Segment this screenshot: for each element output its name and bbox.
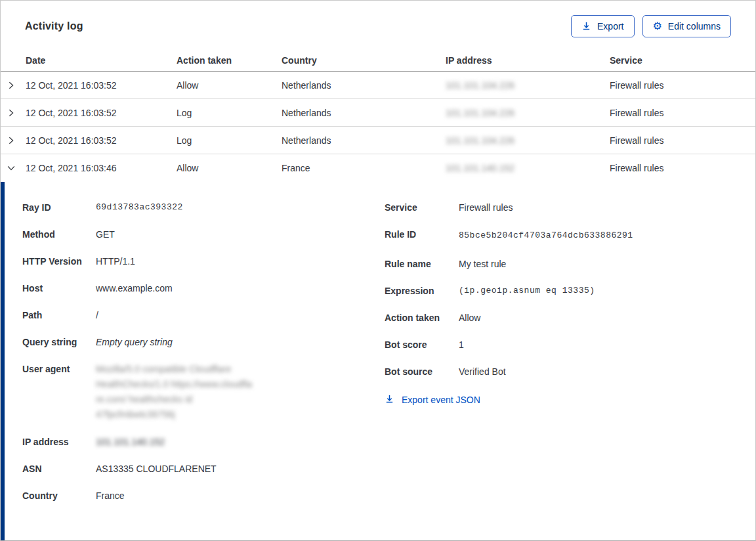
field-expression: Expression (ip.geoip.asnum eq 13335) [385, 284, 755, 298]
export-event-json-label: Export event JSON [402, 395, 480, 405]
field-ray-id: Ray ID 69d13783ac393322 [22, 200, 385, 215]
field-service: Service Firewall rules [385, 200, 755, 215]
cell-date: 12 Oct, 2021 16:03:46 [26, 163, 177, 173]
cell-country: France [282, 163, 446, 173]
table-header-row: Date Action taken Country IP address Ser… [1, 49, 755, 72]
field-country: Country France [22, 488, 385, 503]
detail-left-column: Ray ID 69d13783ac393322 Method GET HTTP … [22, 200, 385, 515]
field-label: Query string [22, 335, 96, 349]
cell-action-taken: Allow [177, 80, 282, 91]
table-row-expanded[interactable]: 12 Oct, 2021 16:03:46 Allow France 101.1… [1, 154, 755, 182]
cell-service: Firewall rules [610, 135, 755, 146]
field-method: Method GET [22, 227, 385, 242]
column-header-action-taken: Action taken [177, 55, 282, 66]
field-value: 1 [459, 337, 464, 352]
field-value-redacted: 101.101.140.152 [96, 435, 165, 449]
edit-columns-button[interactable]: ⚙ Edit columns [642, 15, 732, 37]
chevron-right-icon[interactable] [1, 136, 26, 145]
column-header-country: Country [282, 55, 446, 66]
download-icon [581, 21, 591, 32]
field-value: Empty query string [96, 335, 173, 349]
export-button[interactable]: Export [571, 15, 634, 37]
field-label: ASN [22, 462, 96, 476]
field-value: Firewall rules [459, 200, 513, 215]
field-host: Host www.example.com [22, 281, 385, 295]
field-value: GET [96, 227, 115, 242]
field-label: Action taken [385, 311, 459, 325]
field-query-string: Query string Empty query string [22, 335, 385, 349]
edit-columns-button-label: Edit columns [668, 22, 721, 31]
event-detail-panel: Ray ID 69d13783ac393322 Method GET HTTP … [1, 182, 755, 540]
table-row[interactable]: 12 Oct, 2021 16:03:52 Log Netherlands 10… [1, 99, 755, 127]
chevron-right-icon[interactable] [1, 108, 26, 118]
field-value: HTTP/1.1 [96, 254, 135, 269]
cell-country: Netherlands [282, 80, 446, 91]
cell-action-taken: Log [177, 135, 282, 146]
cell-ip-redacted: 101.101.140.152 [446, 163, 514, 173]
field-value: AS13335 CLOUDFLARENET [96, 462, 217, 476]
field-label: Method [22, 227, 96, 242]
table-row[interactable]: 12 Oct, 2021 16:03:52 Allow Netherlands … [1, 72, 755, 99]
cell-date: 12 Oct, 2021 16:03:52 [26, 135, 177, 146]
column-header-service: Service [610, 55, 755, 66]
cell-service: Firewall rules [610, 80, 755, 91]
field-value: www.example.com [96, 281, 173, 295]
field-value: My test rule [459, 257, 506, 271]
field-label: Rule name [385, 257, 459, 271]
field-value: 85bce5b204cf4703a764dcb633886291 [459, 227, 633, 244]
field-label: IP address [22, 435, 96, 449]
detail-right-column: Service Firewall rules Rule ID 85bce5b20… [385, 200, 755, 515]
field-label: Expression [385, 284, 459, 298]
cell-date: 12 Oct, 2021 16:03:52 [26, 80, 177, 91]
cell-date: 12 Oct, 2021 16:03:52 [26, 108, 177, 118]
field-label: Bot score [385, 337, 459, 352]
cell-service: Firewall rules [610, 108, 755, 118]
field-label: Bot source [385, 364, 459, 379]
field-rule-id: Rule ID 85bce5b204cf4703a764dcb633886291 [385, 227, 755, 244]
field-http-version: HTTP Version HTTP/1.1 [22, 254, 385, 269]
download-icon [385, 394, 394, 406]
export-button-label: Export [597, 22, 623, 31]
cell-ip-redacted: 101.101.104.226 [446, 135, 514, 146]
gear-icon: ⚙ [653, 21, 662, 32]
field-label: Host [22, 281, 96, 295]
field-label: Ray ID [22, 200, 96, 215]
field-label: User agent [22, 362, 96, 422]
cell-ip-redacted: 101.101.104.226 [446, 108, 514, 118]
field-value: 69d13783ac393322 [96, 200, 183, 215]
field-user-agent: User agent Mozilla/5.0 compatible Cloudf… [22, 362, 385, 422]
column-header-ip-address: IP address [446, 55, 610, 66]
field-label: Rule ID [385, 227, 459, 244]
page-header: Activity log Export ⚙ Edit columns [1, 1, 755, 49]
field-value: Verified Bot [459, 364, 506, 379]
field-value: France [96, 488, 125, 503]
column-header-date: Date [26, 55, 177, 66]
field-action-taken: Action taken Allow [385, 311, 755, 325]
field-value: Allow [459, 311, 480, 325]
field-asn: ASN AS13335 CLOUDFLARENET [22, 462, 385, 476]
cell-country: Netherlands [282, 135, 446, 146]
cell-action-taken: Allow [177, 163, 282, 173]
cell-ip-redacted: 101.101.104.226 [446, 80, 514, 91]
field-bot-source: Bot source Verified Bot [385, 364, 755, 379]
field-bot-score: Bot score 1 [385, 337, 755, 352]
field-label: HTTP Version [22, 254, 96, 269]
cell-action-taken: Log [177, 108, 282, 118]
field-value: / [96, 308, 98, 322]
toolbar: Export ⚙ Edit columns [571, 15, 731, 37]
table-row[interactable]: 12 Oct, 2021 16:03:52 Log Netherlands 10… [1, 127, 755, 154]
field-value: (ip.geoip.asnum eq 13335) [459, 284, 595, 298]
field-path: Path / [22, 308, 385, 322]
cell-service: Firewall rules [610, 163, 755, 173]
page-title: Activity log [25, 20, 83, 32]
chevron-right-icon[interactable] [1, 81, 26, 90]
export-event-json-link[interactable]: Export event JSON [385, 394, 480, 406]
cell-country: Netherlands [282, 108, 446, 118]
field-ip-address: IP address 101.101.140.152 [22, 435, 385, 449]
field-label: Service [385, 200, 459, 215]
field-rule-name: Rule name My test rule [385, 257, 755, 271]
field-value-redacted: Mozilla/5.0 compatible Cloudflare Health… [96, 362, 252, 422]
field-label: Path [22, 308, 96, 322]
chevron-down-icon[interactable] [1, 163, 26, 173]
field-label: Country [22, 488, 96, 503]
